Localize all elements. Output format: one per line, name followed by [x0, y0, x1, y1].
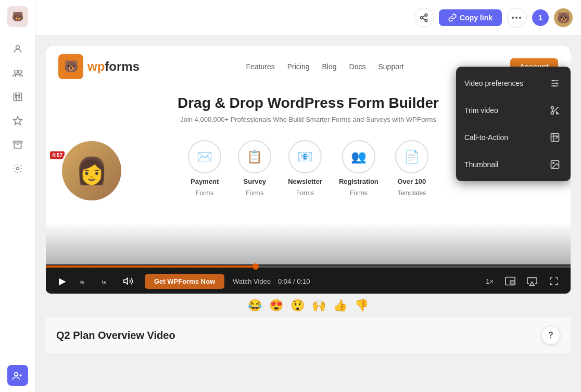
time-total: 0:10 — [297, 277, 310, 285]
sidebar-logo[interactable]: 🐻 — [7, 6, 28, 27]
copy-link-label: Copy link — [460, 14, 492, 22]
svg-line-12 — [422, 15, 425, 17]
fullscreen-button[interactable] — [546, 273, 562, 289]
newsletter-forms-icon: 📧 — [288, 140, 322, 173]
notification-count: 1 — [538, 14, 542, 22]
nav-docs[interactable]: Docs — [349, 62, 366, 71]
sidebar-item-settings[interactable] — [7, 158, 28, 179]
help-button[interactable]: ? — [541, 326, 560, 345]
video-person-thumbnail: 👩 — [60, 140, 123, 202]
svg-point-0 — [16, 45, 19, 49]
share-button[interactable] — [414, 8, 434, 28]
payment-forms-label-main: Payment — [191, 178, 219, 185]
person-image: 👩 — [62, 141, 121, 200]
notification-badge[interactable]: 1 — [532, 9, 549, 26]
svg-point-23 — [553, 162, 554, 164]
reaction-thumbsup[interactable]: 👍 — [333, 299, 347, 312]
svg-point-8 — [425, 14, 427, 16]
cta-icon — [548, 130, 562, 145]
svg-rect-3 — [14, 93, 21, 101]
wpforms-nav-links: Features Pricing Blog Docs Support — [246, 62, 403, 71]
sidebar-item-building[interactable] — [7, 86, 28, 107]
svg-rect-30 — [510, 281, 514, 284]
svg-point-16 — [552, 80, 554, 81]
reaction-raised-hands[interactable]: 🙌 — [312, 299, 326, 312]
pip-button[interactable] — [502, 273, 519, 289]
sidebar-item-group[interactable] — [7, 62, 28, 83]
svg-point-17 — [556, 82, 558, 84]
registration-forms-label-sub: Forms — [350, 189, 368, 197]
get-wpforms-button[interactable]: Get WPForms Now — [145, 274, 224, 289]
sidebar-item-person[interactable] — [7, 39, 28, 59]
time-display: 0:04 / 0:10 — [278, 277, 310, 285]
reaction-surprised[interactable]: 😲 — [290, 299, 305, 312]
more-options-button[interactable]: ••• — [507, 8, 527, 28]
reaction-bar: 😂 😍 😲 🙌 👍 👎 — [46, 294, 571, 318]
rewind-button[interactable]: ↺5 — [76, 273, 93, 289]
reaction-thumbsdown[interactable]: 👎 — [355, 299, 369, 312]
progress-track[interactable] — [46, 265, 571, 268]
airplay-button[interactable] — [524, 273, 540, 289]
avatar-icon: 🐻 — [557, 11, 570, 24]
svg-marker-31 — [530, 282, 534, 286]
survey-forms-label-sub: Forms — [246, 189, 263, 197]
icon-payment-forms: ✉️ Payment Forms — [188, 140, 221, 197]
context-menu-trim-video[interactable]: Trim video — [456, 97, 571, 124]
nav-blog[interactable]: Blog — [322, 62, 337, 71]
watch-video-link[interactable]: Watch Video — [233, 277, 271, 285]
nav-support[interactable]: Support — [378, 62, 403, 71]
wpforms-logo-icon: 🐻 — [58, 54, 83, 79]
video-dark-overlay — [46, 223, 571, 264]
nav-pricing[interactable]: Pricing — [287, 62, 310, 71]
registration-forms-label-main: Registration — [339, 178, 378, 185]
sidebar: 🐻 — [0, 0, 35, 392]
templates-icon: 📄 — [395, 140, 428, 173]
context-menu-thumbnail[interactable]: Thumbnail — [456, 151, 571, 178]
icon-newsletter-forms: 📧 Newsletter Forms — [288, 140, 322, 197]
sidebar-item-archive[interactable] — [7, 134, 28, 155]
video-progress-area[interactable] — [46, 264, 571, 269]
thumbnail-label: Thumbnail — [464, 160, 498, 169]
payment-forms-icon: ✉️ — [188, 140, 221, 173]
wpforms-logo: 🐻 wpforms — [58, 54, 140, 79]
svg-point-10 — [425, 19, 427, 22]
icon-registration-forms: 👥 Registration Forms — [339, 140, 378, 197]
copy-link-button[interactable]: Copy link — [439, 9, 502, 26]
svg-line-11 — [422, 18, 425, 20]
play-button[interactable]: ▶ — [54, 273, 71, 289]
progress-fill — [46, 265, 256, 268]
svg-point-9 — [420, 16, 423, 19]
svg-text:5: 5 — [104, 281, 106, 285]
video-title: Q2 Plan Overview Video — [56, 330, 175, 342]
speed-button[interactable]: 1× — [483, 276, 497, 286]
cta-label: Call-to-Action — [464, 133, 508, 142]
volume-button[interactable] — [120, 273, 136, 289]
svg-marker-4 — [13, 117, 22, 125]
context-menu-video-preferences[interactable]: Video preferences — [456, 70, 571, 97]
nav-features[interactable]: Features — [246, 62, 274, 71]
templates-label-sub: Templates — [397, 189, 426, 197]
forward-button[interactable]: ↻5 — [98, 273, 115, 289]
topbar: Copy link ••• 1 🐻 — [35, 0, 581, 35]
wpforms-site: 4:57 🐻 wpforms Features Pricing Blog Doc… — [46, 46, 571, 264]
reaction-heart-eyes[interactable]: 😍 — [269, 299, 283, 312]
svg-text:5: 5 — [82, 281, 84, 285]
sidebar-item-users-add[interactable] — [7, 365, 28, 386]
survey-forms-icon: 📋 — [238, 140, 271, 173]
avatar[interactable]: 🐻 — [554, 8, 573, 27]
sidebar-item-star[interactable] — [7, 110, 28, 131]
newsletter-forms-label-main: Newsletter — [288, 178, 322, 185]
svg-point-20 — [551, 112, 554, 115]
video-controls: ▶ ↺5 ↻5 Get WPForms Now Watch Video 0:04… — [46, 269, 571, 294]
video-preferences-label: Video preferences — [464, 79, 523, 87]
video-preferences-icon — [548, 76, 562, 91]
wp-text: wp — [87, 59, 105, 73]
reaction-laughing[interactable]: 😂 — [248, 299, 262, 312]
context-menu: Video preferences Trim video Call-to-Act… — [456, 67, 571, 181]
video-wrapper: 4:57 🐻 wpforms Features Pricing Blog Doc… — [46, 46, 571, 294]
context-menu-cta[interactable]: Call-to-Action — [456, 124, 571, 151]
svg-point-2 — [18, 70, 21, 73]
payment-forms-label-sub: Forms — [196, 189, 213, 197]
video-info: Q2 Plan Overview Video ? — [46, 318, 571, 353]
icon-over-100-templates: 📄 Over 100 Templates — [395, 140, 428, 197]
